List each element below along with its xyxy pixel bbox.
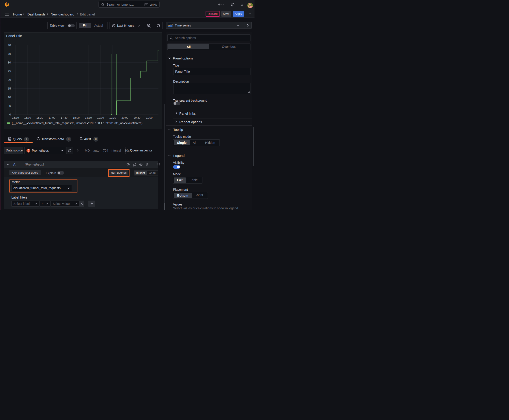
svg-text:16:30: 16:30 [36, 116, 43, 119]
svg-text:17:00: 17:00 [48, 116, 55, 119]
svg-text:30: 30 [8, 61, 11, 64]
svg-text:20: 20 [8, 78, 11, 82]
svg-text:18:30: 18:30 [85, 116, 92, 119]
svg-text:15:30: 15:30 [12, 116, 19, 119]
svg-text:20:30: 20:30 [134, 116, 140, 119]
svg-text:17:30: 17:30 [61, 116, 67, 119]
svg-text:0: 0 [9, 113, 11, 116]
svg-text:18:00: 18:00 [73, 116, 80, 119]
svg-text:21:00: 21:00 [146, 116, 153, 119]
svg-text:10: 10 [8, 96, 11, 99]
svg-text:19:00: 19:00 [97, 116, 104, 119]
svg-text:{__name__="cloudflared_tunnel_: {__name__="cloudflared_tunnel_total_requ… [12, 121, 143, 125]
svg-text:15: 15 [8, 87, 11, 90]
svg-text:20:00: 20:00 [122, 116, 128, 119]
svg-text:40: 40 [8, 44, 11, 47]
svg-text:35: 35 [8, 52, 11, 55]
svg-text:16:00: 16:00 [24, 116, 31, 119]
svg-text:25: 25 [8, 69, 11, 73]
svg-text:5: 5 [9, 104, 11, 107]
svg-text:19:30: 19:30 [109, 116, 116, 119]
